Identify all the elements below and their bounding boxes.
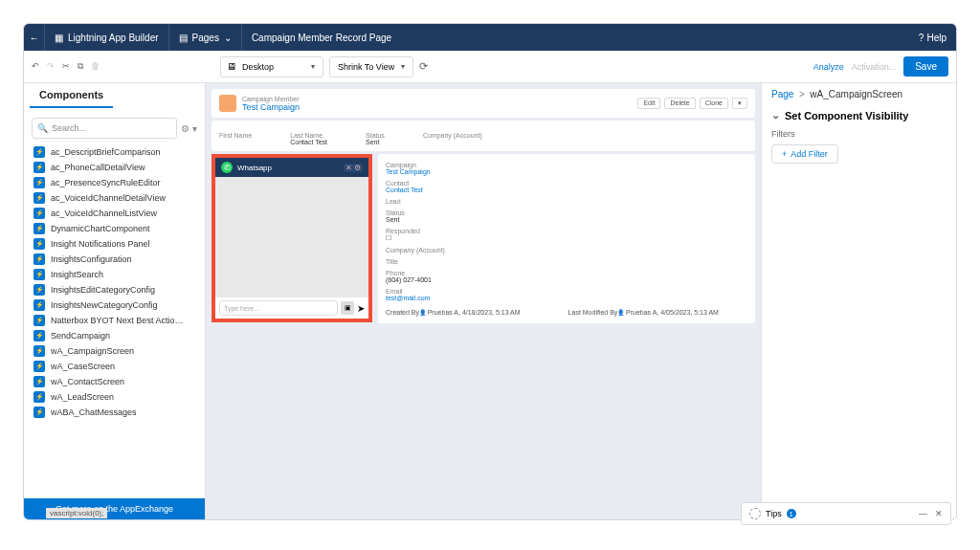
component-item[interactable]: ⚡ac_VoiceIdChannelDetailView	[28, 190, 201, 206]
component-item[interactable]: ⚡wA_CaseScreen	[28, 359, 201, 374]
properties-panel: Page > wA_CampaignScreen ⌄ Set Component…	[761, 83, 956, 519]
chevron-down-icon: ⌄	[224, 33, 232, 43]
contact-link[interactable]: Contact Test	[386, 187, 423, 193]
attach-icon[interactable]: ▣	[341, 301, 354, 315]
redo-icon[interactable]: ↷	[47, 61, 55, 72]
component-item[interactable]: ⚡InsightsConfiguration	[28, 252, 201, 267]
component-label: wA_CampaignScreen	[51, 346, 134, 356]
search-input[interactable]: Search...	[32, 118, 177, 139]
add-filter-button[interactable]: + Add Filter	[771, 144, 838, 164]
tips-bar[interactable]: Tips 1 — ✕	[741, 502, 951, 525]
component-item[interactable]: ⚡DynamicChartComponent	[28, 221, 201, 236]
component-item[interactable]: ⚡wABA_ChatMessages	[28, 405, 201, 420]
component-item[interactable]: ⚡Natterbox BYOT Next Best Actio…	[28, 313, 201, 328]
component-item[interactable]: ⚡SendCampaign	[28, 328, 201, 343]
app-title: ▦ Lightning App Builder	[45, 24, 169, 51]
component-item[interactable]: ⚡InsightsNewCategoryConfig	[28, 297, 201, 313]
email-link[interactable]: test@mail.com	[386, 295, 430, 301]
checkbox-icon: ☐	[386, 234, 391, 241]
whatsapp-input[interactable]: Type here...	[219, 300, 338, 316]
lightning-icon: ⚡	[33, 162, 45, 173]
view-label: Shrink To View	[338, 62, 394, 72]
lightning-icon: ⚡	[33, 299, 45, 311]
component-label: ac_PhoneCallDetailView	[51, 163, 145, 172]
component-config-icon[interactable]: ✕ ⚙	[344, 164, 363, 172]
component-label: ac_PresenceSyncRuleEditor	[51, 178, 161, 187]
lightning-icon: ⚡	[33, 223, 45, 234]
device-label: Desktop	[242, 62, 274, 72]
whatsapp-chat-area	[215, 177, 368, 297]
grid-icon: ▦	[55, 33, 63, 43]
undo-icon[interactable]: ↶	[32, 61, 39, 72]
page-title: Campaign Member Record Page	[242, 33, 909, 43]
gear-icon[interactable]: ⚙ ▾	[181, 123, 197, 134]
component-item[interactable]: ⚡InsightsEditCategoryConfig	[28, 282, 201, 297]
view-selector[interactable]: Shrink To View ▾	[329, 56, 413, 77]
back-button[interactable]: ←	[24, 24, 45, 51]
help-icon: ?	[919, 33, 924, 43]
record-title[interactable]: Test Campaign	[242, 102, 300, 112]
visibility-section[interactable]: ⌄ Set Component Visibility	[771, 109, 947, 121]
help-button[interactable]: ? Help	[909, 33, 956, 43]
caret-down-icon: ▾	[311, 62, 315, 71]
page-icon: ▤	[179, 33, 188, 43]
component-item[interactable]: ⚡ac_VoiceIdChannelListView	[28, 206, 201, 221]
tips-count: 1	[787, 509, 796, 518]
canvas: Campaign Member Test Campaign EditDelete…	[206, 83, 761, 519]
component-item[interactable]: ⚡ac_PresenceSyncRuleEditor	[28, 175, 201, 190]
whatsapp-icon: ✆	[221, 162, 233, 173]
refresh-icon[interactable]: ⟳	[419, 60, 428, 73]
sidebar-header: Components	[30, 83, 113, 108]
send-icon[interactable]: ➤	[357, 303, 365, 314]
paste-icon[interactable]: 🗑	[91, 61, 100, 72]
cut-icon[interactable]: ✂	[62, 61, 70, 72]
lightning-icon: ⚡	[33, 330, 45, 341]
filters-label: Filters	[771, 129, 947, 139]
search-placeholder: Search...	[52, 123, 86, 133]
lightning-icon: ⚡	[33, 177, 45, 188]
campaign-member-icon	[219, 95, 236, 112]
component-label: wA_CaseScreen	[51, 362, 115, 371]
whatsapp-component[interactable]: ✆ Whatsapp ✕ ⚙ Type here... ▣ ➤	[212, 154, 372, 322]
save-button[interactable]: Save	[903, 56, 948, 77]
status-bar: vascript:void(0);	[46, 508, 107, 518]
pages-dropdown[interactable]: ▤ Pages ⌄	[169, 24, 242, 51]
lightning-icon: ⚡	[33, 284, 45, 296]
delete-button[interactable]: Delete	[664, 98, 695, 109]
pages-label: Pages	[192, 33, 219, 43]
component-item[interactable]: ⚡wA_LeadScreen	[28, 389, 201, 405]
component-item[interactable]: ⚡ac_PhoneCallDetailView	[28, 160, 201, 175]
minimize-icon[interactable]: —	[919, 509, 927, 518]
copy-icon[interactable]: ⧉	[78, 61, 83, 72]
breadcrumb-root[interactable]: Page	[771, 89, 793, 99]
clone-button[interactable]: Clone	[700, 98, 728, 109]
top-bar: ← ▦ Lightning App Builder ▤ Pages ⌄ Camp…	[24, 24, 956, 51]
component-item[interactable]: ⚡ac_DescriptBriefComparison	[28, 144, 201, 160]
lightning-icon: ⚡	[33, 192, 45, 204]
plus-icon: +	[782, 149, 787, 159]
component-item[interactable]: ⚡wA_CampaignScreen	[28, 343, 201, 359]
toolbar: ↶ ↷ ✂ ⧉ 🗑 Desktop ▾ Shrink To View ▾ ⟳ A…	[24, 51, 956, 83]
device-selector[interactable]: Desktop ▾	[220, 56, 323, 77]
app-label: Lightning App Builder	[68, 33, 159, 43]
component-label: SendCampaign	[51, 331, 110, 341]
component-item[interactable]: ⚡InsightSearch	[28, 267, 201, 282]
component-label: wA_ContactScreen	[51, 377, 124, 386]
analyze-link[interactable]: Analyze	[813, 62, 844, 72]
edit-button[interactable]: Edit	[637, 98, 660, 109]
more-actions-button[interactable]: ▾	[732, 98, 747, 109]
lightning-icon: ⚡	[33, 391, 45, 403]
component-label: wA_LeadScreen	[51, 392, 114, 402]
component-label: ac_VoiceIdChannelDetailView	[51, 193, 166, 203]
help-label: Help	[926, 33, 947, 43]
component-item[interactable]: ⚡Insight Notifications Panel	[28, 236, 201, 252]
lightning-icon: ⚡	[33, 361, 45, 372]
campaign-link[interactable]: Test Campaign	[386, 168, 431, 175]
lightning-icon: ⚡	[33, 376, 45, 387]
lightning-icon: ⚡	[33, 345, 45, 357]
lightning-icon: ⚡	[33, 407, 45, 418]
close-icon[interactable]: ✕	[935, 509, 943, 518]
chevron-down-icon: ⌄	[771, 109, 780, 121]
component-item[interactable]: ⚡wA_ContactScreen	[28, 374, 201, 389]
component-label: InsightsNewCategoryConfig	[51, 300, 158, 310]
